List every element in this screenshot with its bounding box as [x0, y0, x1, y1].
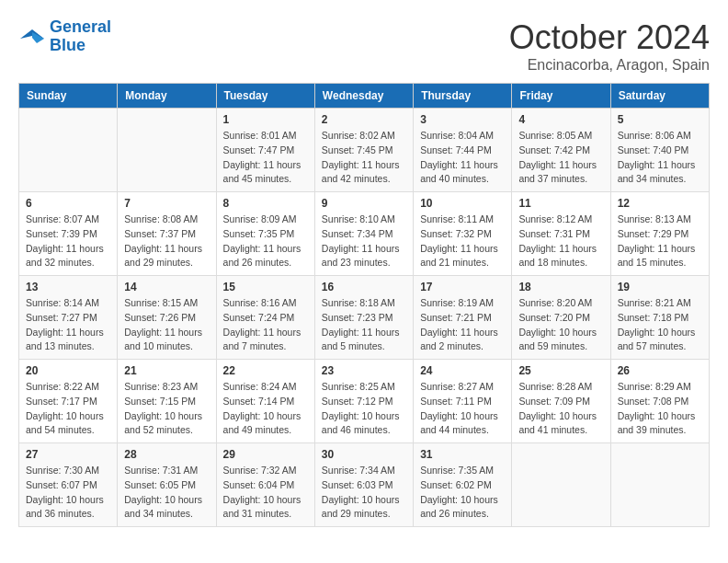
calendar-cell: 12Sunrise: 8:13 AM Sunset: 7:29 PM Dayli… [610, 192, 709, 276]
calendar-cell: 22Sunrise: 8:24 AM Sunset: 7:14 PM Dayli… [216, 360, 314, 443]
calendar-cell: 16Sunrise: 8:18 AM Sunset: 7:23 PM Dayli… [314, 276, 413, 360]
header-cell-sunday: Sunday [19, 84, 118, 109]
calendar-cell: 24Sunrise: 8:27 AM Sunset: 7:11 PM Dayli… [414, 360, 512, 443]
day-number: 5 [618, 113, 702, 126]
calendar-cell: 29Sunrise: 7:32 AM Sunset: 6:04 PM Dayli… [216, 443, 314, 527]
title-block: October 2024 Encinacorba, Aragon, Spain [509, 18, 710, 74]
day-detail: Sunrise: 8:15 AM Sunset: 7:26 PM Dayligh… [124, 296, 209, 354]
day-detail: Sunrise: 8:04 AM Sunset: 7:44 PM Dayligh… [420, 129, 505, 187]
day-detail: Sunrise: 7:31 AM Sunset: 6:05 PM Dayligh… [124, 464, 209, 522]
logo-text: General Blue [50, 18, 111, 55]
calendar-cell: 27Sunrise: 7:30 AM Sunset: 6:07 PM Dayli… [19, 443, 118, 527]
location: Encinacorba, Aragon, Spain [509, 57, 710, 74]
day-detail: Sunrise: 8:08 AM Sunset: 7:37 PM Dayligh… [124, 213, 209, 270]
day-detail: Sunrise: 8:05 AM Sunset: 7:42 PM Dayligh… [518, 129, 603, 187]
calendar-cell: 5Sunrise: 8:06 AM Sunset: 7:40 PM Daylig… [610, 109, 709, 192]
calendar-cell: 31Sunrise: 7:35 AM Sunset: 6:02 PM Dayli… [414, 443, 512, 527]
calendar-cell: 8Sunrise: 8:09 AM Sunset: 7:35 PM Daylig… [216, 192, 314, 276]
day-detail: Sunrise: 8:10 AM Sunset: 7:34 PM Dayligh… [322, 213, 406, 270]
day-detail: Sunrise: 8:11 AM Sunset: 7:32 PM Dayligh… [420, 213, 505, 270]
day-detail: Sunrise: 7:30 AM Sunset: 6:07 PM Dayligh… [26, 464, 110, 522]
day-detail: Sunrise: 8:09 AM Sunset: 7:35 PM Dayligh… [223, 213, 308, 270]
day-detail: Sunrise: 8:22 AM Sunset: 7:17 PM Dayligh… [26, 380, 110, 438]
day-number: 6 [26, 197, 110, 210]
calendar-cell: 11Sunrise: 8:12 AM Sunset: 7:31 PM Dayli… [512, 192, 610, 276]
day-detail: Sunrise: 8:07 AM Sunset: 7:39 PM Dayligh… [26, 213, 110, 270]
day-detail: Sunrise: 8:01 AM Sunset: 7:47 PM Dayligh… [223, 129, 308, 187]
day-detail: Sunrise: 8:27 AM Sunset: 7:11 PM Dayligh… [420, 380, 505, 438]
day-number: 2 [322, 113, 406, 126]
calendar-cell: 10Sunrise: 8:11 AM Sunset: 7:32 PM Dayli… [414, 192, 512, 276]
day-detail: Sunrise: 8:25 AM Sunset: 7:12 PM Dayligh… [322, 380, 406, 438]
day-number: 29 [223, 448, 308, 461]
calendar-cell: 26Sunrise: 8:29 AM Sunset: 7:08 PM Dayli… [610, 360, 709, 443]
day-number: 8 [223, 197, 308, 210]
day-detail: Sunrise: 8:02 AM Sunset: 7:45 PM Dayligh… [322, 129, 406, 187]
day-number: 7 [124, 197, 209, 210]
svg-marker-1 [32, 32, 44, 43]
calendar-cell: 2Sunrise: 8:02 AM Sunset: 7:45 PM Daylig… [314, 109, 413, 192]
calendar-table: SundayMondayTuesdayWednesdayThursdayFrid… [18, 83, 710, 527]
day-number: 30 [322, 448, 406, 461]
day-number: 26 [618, 364, 702, 377]
day-detail: Sunrise: 8:12 AM Sunset: 7:31 PM Dayligh… [518, 213, 603, 270]
day-detail: Sunrise: 7:32 AM Sunset: 6:04 PM Dayligh… [223, 464, 308, 522]
calendar-row: 6Sunrise: 8:07 AM Sunset: 7:39 PM Daylig… [19, 192, 710, 276]
day-number: 14 [124, 281, 209, 293]
calendar-body: 1Sunrise: 8:01 AM Sunset: 7:47 PM Daylig… [19, 109, 710, 527]
calendar-cell: 9Sunrise: 8:10 AM Sunset: 7:34 PM Daylig… [314, 192, 413, 276]
day-detail: Sunrise: 8:29 AM Sunset: 7:08 PM Dayligh… [618, 380, 702, 438]
calendar-cell: 18Sunrise: 8:20 AM Sunset: 7:20 PM Dayli… [512, 276, 610, 360]
calendar-cell [512, 443, 610, 527]
day-number: 19 [618, 281, 702, 293]
day-number: 3 [420, 113, 505, 126]
calendar-cell [19, 109, 118, 192]
logo-icon [18, 25, 46, 48]
calendar-cell: 3Sunrise: 8:04 AM Sunset: 7:44 PM Daylig… [414, 109, 512, 192]
calendar-cell: 20Sunrise: 8:22 AM Sunset: 7:17 PM Dayli… [19, 360, 118, 443]
day-detail: Sunrise: 8:23 AM Sunset: 7:15 PM Dayligh… [124, 380, 209, 438]
calendar-header: SundayMondayTuesdayWednesdayThursdayFrid… [19, 84, 710, 109]
logo-line2: Blue [50, 36, 85, 54]
day-detail: Sunrise: 8:18 AM Sunset: 7:23 PM Dayligh… [322, 296, 406, 354]
day-number: 10 [420, 197, 505, 210]
day-number: 17 [420, 281, 505, 293]
day-detail: Sunrise: 8:19 AM Sunset: 7:21 PM Dayligh… [420, 296, 505, 354]
day-detail: Sunrise: 8:16 AM Sunset: 7:24 PM Dayligh… [223, 296, 308, 354]
day-number: 31 [420, 448, 505, 461]
calendar-row: 20Sunrise: 8:22 AM Sunset: 7:17 PM Dayli… [19, 360, 710, 443]
calendar-cell: 19Sunrise: 8:21 AM Sunset: 7:18 PM Dayli… [610, 276, 709, 360]
day-number: 11 [518, 197, 603, 210]
header-cell-thursday: Thursday [414, 84, 512, 109]
calendar-cell: 7Sunrise: 8:08 AM Sunset: 7:37 PM Daylig… [118, 192, 216, 276]
day-detail: Sunrise: 8:28 AM Sunset: 7:09 PM Dayligh… [518, 380, 603, 438]
day-number: 18 [518, 281, 603, 293]
day-detail: Sunrise: 8:21 AM Sunset: 7:18 PM Dayligh… [618, 296, 702, 354]
calendar-cell [610, 443, 709, 527]
calendar-cell: 1Sunrise: 8:01 AM Sunset: 7:47 PM Daylig… [216, 109, 314, 192]
day-number: 12 [618, 197, 702, 210]
calendar-cell: 13Sunrise: 8:14 AM Sunset: 7:27 PM Dayli… [19, 276, 118, 360]
day-number: 20 [26, 364, 110, 377]
calendar-cell [118, 109, 216, 192]
page-header: General Blue October 2024 Encinacorba, A… [18, 18, 710, 74]
logo: General Blue [18, 18, 111, 55]
calendar-row: 13Sunrise: 8:14 AM Sunset: 7:27 PM Dayli… [19, 276, 710, 360]
day-number: 13 [26, 281, 110, 293]
day-number: 25 [518, 364, 603, 377]
logo-line1: General [50, 17, 111, 36]
calendar-cell: 14Sunrise: 8:15 AM Sunset: 7:26 PM Dayli… [118, 276, 216, 360]
day-number: 16 [322, 281, 406, 293]
day-detail: Sunrise: 7:35 AM Sunset: 6:02 PM Dayligh… [420, 464, 505, 522]
header-row: SundayMondayTuesdayWednesdayThursdayFrid… [19, 84, 710, 109]
day-number: 15 [223, 281, 308, 293]
calendar-row: 27Sunrise: 7:30 AM Sunset: 6:07 PM Dayli… [19, 443, 710, 527]
calendar-cell: 17Sunrise: 8:19 AM Sunset: 7:21 PM Dayli… [414, 276, 512, 360]
header-cell-wednesday: Wednesday [314, 84, 413, 109]
day-number: 4 [518, 113, 603, 126]
calendar-cell: 6Sunrise: 8:07 AM Sunset: 7:39 PM Daylig… [19, 192, 118, 276]
header-cell-saturday: Saturday [610, 84, 709, 109]
day-detail: Sunrise: 7:34 AM Sunset: 6:03 PM Dayligh… [322, 464, 406, 522]
calendar-cell: 28Sunrise: 7:31 AM Sunset: 6:05 PM Dayli… [118, 443, 216, 527]
day-number: 22 [223, 364, 308, 377]
